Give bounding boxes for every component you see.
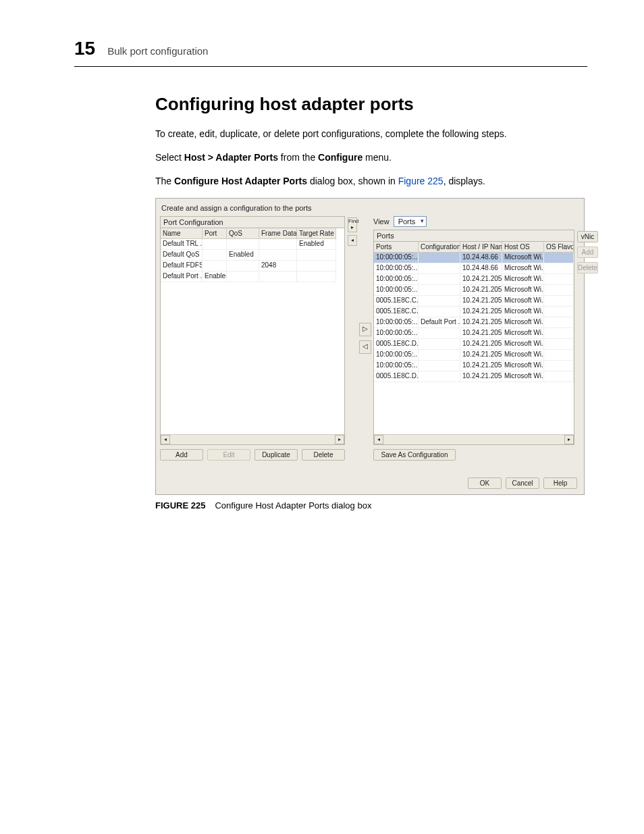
edit-button[interactable]: Edit [207, 449, 250, 461]
cell [203, 261, 227, 271]
table-row[interactable]: 10:00:00:05:...10.24.48.66Microsoft Wi..… [374, 263, 574, 274]
dialog-instruction: Create and assign a configuration to the… [160, 203, 580, 216]
assign-left-button[interactable]: ◁ [359, 340, 371, 354]
add-button[interactable]: Add [160, 449, 203, 461]
table-row[interactable]: 0005.1E8C.D...10.24.21.205Microsoft Wi..… [374, 339, 574, 350]
cell [544, 361, 574, 371]
cell [259, 250, 297, 261]
table-row[interactable]: 10:00:00:05:...10.24.21.205Microsoft Wi.… [374, 350, 574, 361]
cell [259, 239, 297, 250]
view-dropdown[interactable]: Ports [394, 216, 427, 227]
table-row[interactable]: 10:00:00:05:...10.24.21.205Microsoft Wi.… [374, 328, 574, 339]
cell: Enabled [227, 250, 259, 261]
scroll-left-icon[interactable]: ◂ [161, 435, 170, 444]
cell: 10:00:00:05:... [374, 253, 419, 263]
col-host[interactable]: Host / IP Name [460, 242, 502, 253]
horizontal-scrollbar[interactable]: ◂ ▸ [374, 434, 574, 444]
port-configuration-panel: Port Configuration Name Port QoS Frame D… [160, 216, 345, 461]
cell: Default Port ... [161, 271, 203, 282]
cell: 2048 [259, 261, 297, 271]
table-row[interactable]: 0005.1E8C.C...10.24.21.205Microsoft Wi..… [374, 296, 574, 307]
col-flavor[interactable]: OS Flavor [544, 242, 574, 253]
transfer-arrow-column: ▷ ◁ [360, 216, 371, 461]
find-column: Find▸ ◂ [348, 216, 357, 461]
cell [259, 271, 297, 282]
cell [227, 239, 259, 250]
cell: Microsoft Wi... [502, 361, 544, 371]
col-name[interactable]: Name [161, 228, 203, 239]
port-configuration-table[interactable]: Name Port QoS Frame Data ... Target Rate… [160, 228, 345, 445]
cell: 10.24.21.205 [460, 307, 502, 317]
col-config[interactable]: Configuration... [419, 242, 460, 253]
figure-link[interactable]: Figure 225 [398, 176, 444, 186]
table-row[interactable]: Default TRL ...Enabled [161, 239, 344, 250]
dialog-name: Configure Host Adapter Ports [174, 176, 307, 186]
view-label: View [373, 217, 390, 226]
cell: 10:00:00:05:... [374, 285, 419, 296]
collapse-icon[interactable]: ◂ [348, 235, 357, 246]
side-add-button[interactable]: Add [577, 246, 598, 258]
cell: Microsoft Wi... [502, 339, 544, 350]
ok-button[interactable]: OK [468, 477, 502, 489]
assign-right-button[interactable]: ▷ [359, 323, 371, 336]
scroll-right-icon[interactable]: ▸ [335, 435, 344, 444]
help-button[interactable]: Help [543, 477, 577, 489]
menu-path: Host > Adapter Ports [184, 152, 278, 163]
save-as-configuration-button[interactable]: Save As Configuration [373, 449, 456, 461]
cell: Default Port ... [419, 317, 460, 328]
cancel-button[interactable]: Cancel [506, 477, 539, 489]
table-row[interactable]: Default FDFS...2048 [161, 261, 344, 271]
cell: 10:00:00:05:... [374, 263, 419, 274]
table-row[interactable]: Default QoS ...Enabled [161, 250, 344, 261]
cell [203, 250, 227, 261]
col-qos[interactable]: QoS [227, 228, 259, 239]
table-row[interactable]: 10:00:00:05:...Default Port ...10.24.21.… [374, 317, 574, 328]
col-framedata[interactable]: Frame Data ... [259, 228, 297, 239]
col-port[interactable]: Port [203, 228, 227, 239]
table-row[interactable]: 0005.1E8C.C...10.24.21.205Microsoft Wi..… [374, 307, 574, 317]
cell [544, 328, 574, 339]
duplicate-button[interactable]: Duplicate [254, 449, 298, 461]
cell: Microsoft Wi... [502, 274, 544, 285]
step-paragraph: Select Host > Adapter Ports from the Con… [155, 151, 587, 165]
scroll-left-icon[interactable]: ◂ [374, 435, 383, 444]
cell [419, 339, 460, 350]
cell [419, 285, 460, 296]
cell: 0005.1E8C.D... [374, 339, 419, 350]
delete-button[interactable]: Delete [302, 449, 345, 461]
panel-title: Port Configuration [160, 216, 345, 228]
scroll-right-icon[interactable]: ▸ [564, 435, 574, 444]
cell [544, 285, 574, 296]
cell [419, 307, 460, 317]
cell [544, 296, 574, 307]
col-targetrate[interactable]: Target Rate [297, 228, 336, 239]
side-delete-button[interactable]: Delete [577, 262, 598, 273]
figure-label: FIGURE 225 [155, 500, 205, 511]
cell: Microsoft Wi... [502, 263, 544, 274]
right-button-row: Save As Configuration [373, 445, 574, 461]
table-row[interactable]: 0005.1E8C.D...10.24.21.205Microsoft Wi..… [374, 371, 574, 382]
figure-text: Configure Host Adapter Ports dialog box [215, 500, 371, 511]
find-label[interactable]: Find▸ [348, 217, 357, 232]
cell: Default FDFS... [161, 261, 203, 271]
table-row[interactable]: 10:00:00:05:...10.24.21.205Microsoft Wi.… [374, 361, 574, 371]
ports-table[interactable]: Ports Configuration... Host / IP Name Ho… [373, 241, 574, 445]
text: from the [278, 152, 318, 163]
cell: Microsoft Wi... [502, 350, 544, 361]
horizontal-scrollbar[interactable]: ◂ ▸ [161, 434, 344, 444]
section-heading: Configuring host adapter ports [155, 94, 587, 115]
vnic-button[interactable]: vNic [577, 231, 598, 242]
col-os[interactable]: Host OS [502, 242, 544, 253]
cell [419, 328, 460, 339]
table-row[interactable]: Default Port ...Enabled [161, 271, 344, 282]
cell: 10:00:00:05:... [374, 350, 419, 361]
cell: Microsoft Wi... [502, 307, 544, 317]
cell: 10.24.21.205 [460, 317, 502, 328]
cell [297, 271, 336, 282]
table-row[interactable]: 10:00:00:05:...10.24.21.205Microsoft Wi.… [374, 285, 574, 296]
table-row[interactable]: 10:00:00:05:...10.24.48.66Microsoft Wi..… [374, 253, 574, 263]
table-row[interactable]: 10:00:00:05:...10.24.21.205Microsoft Wi.… [374, 274, 574, 285]
cell: 0005.1E8C.C... [374, 307, 419, 317]
col-ports[interactable]: Ports [374, 242, 419, 253]
cell: 10.24.21.205 [460, 285, 502, 296]
